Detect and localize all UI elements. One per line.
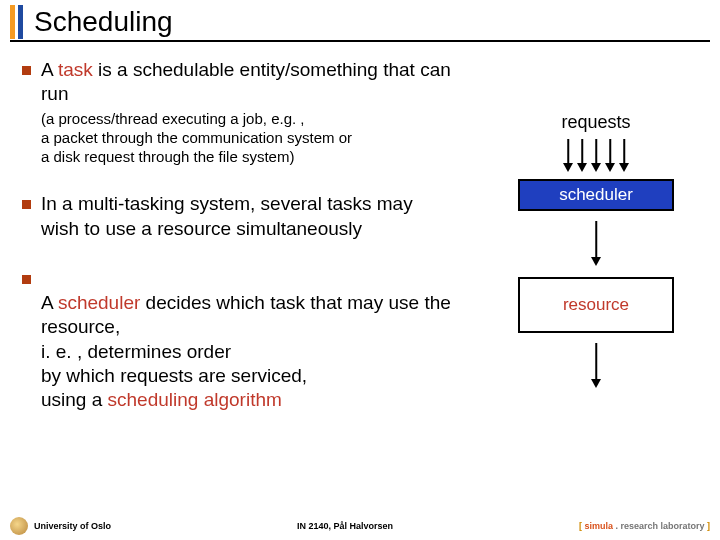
scheduler-label: scheduler [559, 185, 633, 205]
bracket-close: ] [705, 521, 711, 531]
accent-bar-orange [10, 5, 15, 39]
diagram: requests scheduler resource [496, 112, 696, 343]
bullet-1-post: is a schedulable entity/something that c… [41, 59, 451, 104]
bullet-1-main: A task is a schedulable entity/something… [41, 58, 452, 107]
bullet-1-pre: A [41, 59, 58, 80]
bullet-2: In a multi-tasking system, several tasks… [22, 192, 452, 241]
arrows-incoming [496, 139, 696, 173]
accent-bar-blue [18, 5, 23, 39]
bullet-3-pre: A [41, 292, 58, 313]
resource-label: resource [563, 295, 629, 315]
bullet-3-hl: scheduler [58, 292, 140, 313]
bullet-icon [22, 200, 31, 209]
content-area: A task is a schedulable entity/something… [22, 58, 452, 413]
footer: University of Oslo IN 2140, Pål Halvorse… [0, 516, 720, 536]
bullet-1-sub: (a process/thread executing a job, e.g. … [41, 109, 452, 167]
bullet-icon [22, 66, 31, 75]
title-underline [10, 40, 710, 42]
accent-bars [10, 5, 26, 39]
slide-title: Scheduling [34, 6, 173, 38]
footer-mid: IN 2140, Pål Halvorsen [111, 521, 579, 531]
bullet-1-hl: task [58, 59, 93, 80]
simula-word: simula [584, 521, 613, 531]
bullet-1-body: A task is a schedulable entity/something… [41, 58, 452, 166]
bullet-icon [22, 275, 31, 284]
requests-label: requests [496, 112, 696, 133]
footer-left: University of Oslo [34, 521, 111, 531]
slide: Scheduling A task is a schedulable entit… [0, 0, 720, 540]
footer-right: [ simula . research laboratory ] [579, 521, 710, 531]
resource-box: resource [518, 277, 674, 333]
title-area: Scheduling [10, 2, 173, 42]
bullet-3-hl2: scheduling algorithm [108, 389, 282, 410]
bullet-3-main: A scheduler decides which task that may … [41, 267, 452, 413]
bullet-1: A task is a schedulable entity/something… [22, 58, 452, 166]
bullet-3: A scheduler decides which task that may … [22, 267, 452, 413]
footer-lab: research laboratory [620, 521, 704, 531]
scheduler-box: scheduler [518, 179, 674, 211]
university-crest-icon [10, 517, 28, 535]
bullet-2-main: In a multi-tasking system, several tasks… [41, 192, 452, 241]
